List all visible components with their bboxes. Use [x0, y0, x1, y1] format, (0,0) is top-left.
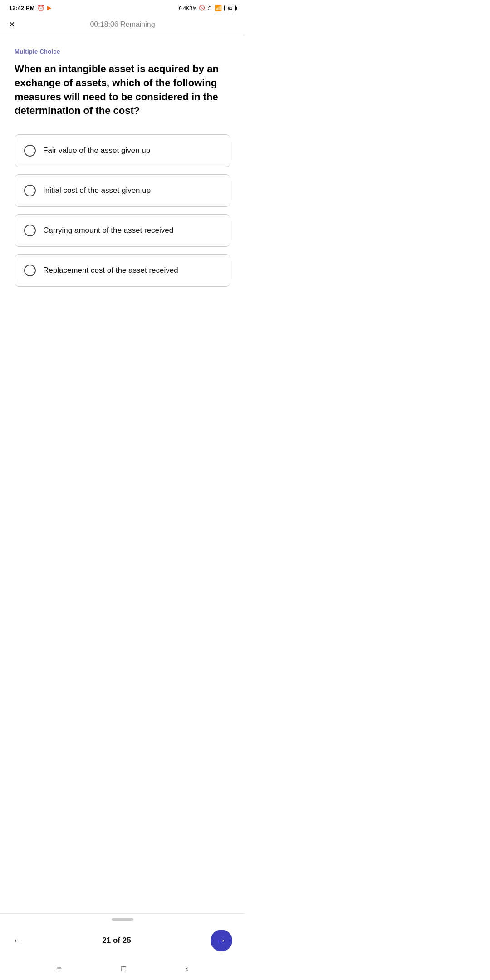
status-bar: 12:42 PM ⏰ ▶ 0.4KB/s 🚫 ⏱ 📶 61 [0, 0, 245, 14]
network-speed: 0.4KB/s [179, 5, 196, 11]
signal-icon: 📶 [215, 5, 222, 11]
radio-a [24, 145, 36, 157]
option-c[interactable]: Carrying amount of the asset received [15, 214, 230, 247]
radio-d [24, 265, 36, 276]
clock-icon: ⏱ [207, 5, 212, 11]
status-right: 0.4KB/s 🚫 ⏱ 📶 61 [179, 5, 236, 11]
option-d-label: Replacement cost of the asset received [43, 265, 178, 276]
main-content: Multiple Choice When an intangible asset… [0, 35, 245, 296]
spacer [0, 296, 245, 387]
option-c-label: Carrying amount of the asset received [43, 225, 173, 236]
option-b-label: Initial cost of the asset given up [43, 185, 151, 196]
option-b[interactable]: Initial cost of the asset given up [15, 174, 230, 207]
radio-c [24, 225, 36, 236]
option-d[interactable]: Replacement cost of the asset received [15, 254, 230, 287]
battery-icon: 61 [224, 5, 236, 11]
option-a[interactable]: Fair value of the asset given up [15, 134, 230, 167]
network-slash-icon: 🚫 [199, 5, 205, 11]
battery-display: 61 [224, 5, 236, 11]
question-text: When an intangible asset is acquired by … [15, 62, 230, 118]
question-type-label: Multiple Choice [15, 48, 230, 55]
cast-icon: ▶ [47, 5, 51, 11]
timer-display: 00:18:06 Remaining [90, 20, 155, 29]
option-a-label: Fair value of the asset given up [43, 145, 150, 156]
radio-b [24, 185, 36, 196]
alarm-icon: ⏰ [37, 5, 44, 11]
header: × 00:18:06 Remaining [0, 14, 245, 35]
status-left: 12:42 PM ⏰ ▶ [9, 5, 51, 11]
options-container: Fair value of the asset given up Initial… [15, 134, 230, 287]
close-button[interactable]: × [9, 20, 15, 29]
time-display: 12:42 PM [9, 5, 34, 11]
